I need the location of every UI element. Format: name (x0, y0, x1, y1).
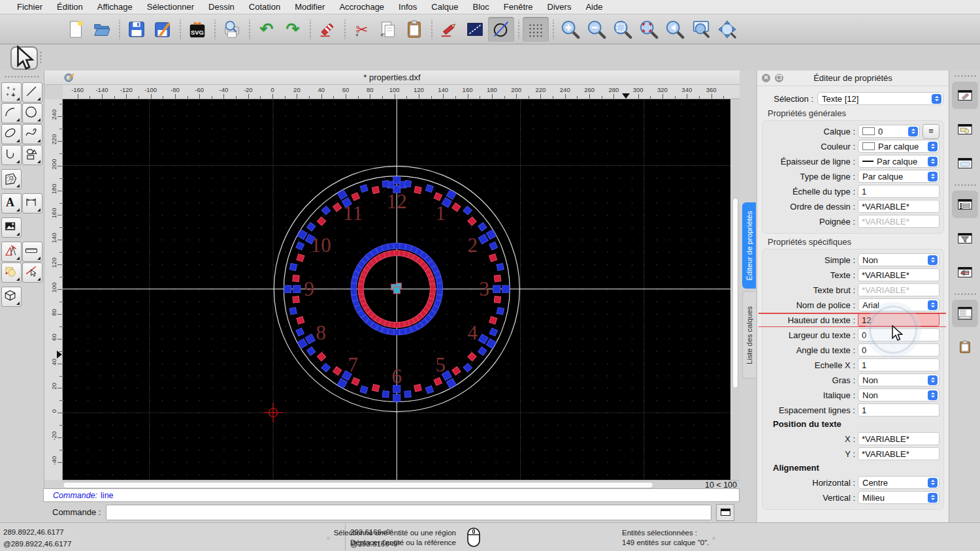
menu-selectionner[interactable]: Sélectionner (140, 2, 201, 12)
horizontal-scrollbar-thumb[interactable] (63, 482, 653, 488)
menu-fichier[interactable]: Fichier (10, 2, 50, 12)
property-input[interactable]: *VARIABLE* (858, 447, 939, 460)
vertical-scrollbar-thumb[interactable] (732, 198, 738, 388)
command-input[interactable] (106, 505, 711, 520)
menu-divers[interactable]: Divers (540, 2, 579, 12)
property-input[interactable]: 0 (858, 328, 939, 341)
menu-infos[interactable]: Infos (391, 2, 424, 12)
cut-button[interactable]: ✂+ (349, 17, 375, 42)
tab-property-editor[interactable]: Éditeur de propriétés (742, 202, 756, 289)
panel-layer-list-button[interactable] (952, 191, 978, 218)
draw-ellipse-button[interactable] (1, 124, 22, 144)
property-input[interactable]: *VARIABLE* (858, 268, 939, 281)
menu-calque[interactable]: Calque (424, 2, 465, 12)
menu-modifier[interactable]: Modifier (287, 2, 332, 12)
menu-accrochage[interactable]: Accrochage (332, 2, 391, 12)
property-combobox[interactable]: Centre (858, 476, 939, 489)
save-button[interactable] (123, 17, 150, 42)
property-combobox[interactable]: Par calque (858, 170, 939, 183)
property-combobox[interactable]: Par calque (858, 155, 939, 168)
modify-shapes-button[interactable] (1, 262, 22, 283)
property-combobox[interactable]: Milieu (858, 491, 939, 504)
layer-menu-button[interactable]: ≡ (923, 124, 939, 139)
print-preview-button[interactable] (219, 17, 245, 42)
property-combobox[interactable]: Non (858, 373, 939, 386)
property-combobox[interactable]: Non (858, 388, 939, 401)
undo-button[interactable]: ↶ (253, 17, 280, 42)
vertical-scrollbar[interactable] (730, 99, 740, 480)
menu-bloc[interactable]: Bloc (465, 2, 496, 12)
draw-arc-button[interactable] (1, 103, 22, 123)
view-3d-button[interactable] (1, 287, 22, 307)
zoom-selection-button[interactable] (636, 17, 662, 42)
red-pencil-button[interactable] (436, 17, 462, 42)
draw-hatch-button[interactable] (1, 169, 22, 189)
property-input[interactable]: 0 (858, 343, 939, 356)
save-as-button[interactable] (150, 17, 176, 42)
draw-shape-button[interactable] (22, 145, 42, 165)
draw-spline-button[interactable] (22, 124, 42, 144)
property-input[interactable]: 1 (858, 185, 939, 198)
detach-command-line-button[interactable] (716, 504, 734, 521)
panel-clipboard-button[interactable] (952, 334, 978, 361)
palette-handle[interactable] (4, 75, 41, 79)
zoom-in-button[interactable] (557, 17, 583, 42)
menu-edition[interactable]: Édition (50, 2, 90, 12)
draw-text-button[interactable]: A (1, 193, 22, 213)
menu-cotation[interactable]: Cotation (242, 2, 287, 12)
property-combobox[interactable]: Arial (858, 298, 939, 311)
measure-tool-button[interactable] (22, 242, 42, 262)
add-point-button[interactable]: ++++ (1, 82, 22, 102)
dock-tab-column: Éditeur de propriétés Liste des calques (740, 71, 757, 522)
zoom-window-button[interactable] (688, 17, 714, 42)
erase-button[interactable] (314, 17, 340, 42)
selection-combobox[interactable]: Texte [12] (817, 92, 943, 105)
insert-image-button[interactable] (1, 217, 22, 238)
property-input[interactable]: *VARIABLE* (858, 432, 939, 445)
paste-button[interactable] (401, 17, 427, 42)
panel-property-editor-button[interactable] (952, 82, 978, 109)
panel-selection-filter-button[interactable] (952, 225, 978, 252)
zoom-previous-button[interactable] (662, 17, 688, 42)
property-combobox[interactable]: Non (858, 253, 939, 266)
menu-aide[interactable]: Aide (578, 2, 610, 12)
v-ruler-label: 140 (50, 230, 57, 246)
draw-circle-button[interactable] (22, 103, 42, 123)
svg-export-button[interactable]: SVG (184, 17, 210, 42)
drafting-tools-button[interactable] (1, 242, 22, 262)
selection-box-button[interactable] (462, 17, 488, 42)
paste-icon (404, 20, 424, 39)
draw-line-button[interactable] (22, 82, 42, 102)
select-tool-button[interactable] (10, 46, 38, 70)
draw-dimension-button[interactable] (22, 193, 42, 213)
drawing-canvas[interactable]: 121234567891011 (63, 99, 730, 480)
panel-viewport-button[interactable] (952, 150, 978, 177)
open-file-button[interactable] (89, 17, 115, 42)
new-file-button[interactable] (63, 17, 89, 42)
zoom-out-button[interactable] (583, 17, 610, 42)
panel-blocks-button[interactable] (952, 116, 978, 143)
redo-button[interactable]: ↷ (280, 17, 306, 42)
zoom-pan-button[interactable] (714, 17, 740, 42)
panel-library-button[interactable] (952, 259, 978, 286)
property-input[interactable]: *VARIABLE* (858, 200, 939, 213)
property-combobox[interactable]: Par calque (858, 140, 939, 153)
property-input[interactable]: 1 (858, 403, 939, 417)
copy-button[interactable]: + (375, 17, 401, 42)
menu-fenetre[interactable]: Fenêtre (497, 2, 540, 12)
select-line-button[interactable] (22, 262, 42, 283)
property-combobox[interactable]: 0 (858, 125, 920, 138)
menu-affichage[interactable]: Affichage (90, 2, 140, 12)
draw-polyline-button[interactable] (1, 145, 22, 165)
toolbar-handle[interactable] (39, 51, 43, 64)
menu-dessin[interactable]: Dessin (201, 2, 242, 12)
horizontal-scrollbar[interactable]: 10 < 100 (63, 480, 740, 489)
grid-dots-button[interactable] (523, 17, 549, 42)
zoom-auto-button[interactable] (610, 17, 636, 42)
circle-slash-button[interactable] (488, 17, 514, 42)
tab-layer-list[interactable]: Liste des calques (742, 291, 756, 379)
property-input[interactable]: 12 (858, 313, 939, 326)
panel-command-history-button[interactable] (952, 300, 978, 327)
menu-bar: FichierÉditionAffichageSélectionnerDessi… (0, 0, 980, 14)
property-input[interactable]: 1 (858, 358, 939, 371)
